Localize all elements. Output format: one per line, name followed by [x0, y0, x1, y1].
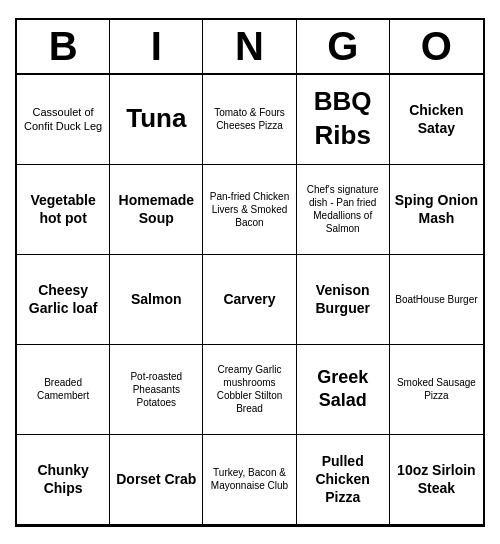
bingo-cell: Vegetable hot pot: [17, 165, 110, 255]
header-letter: B: [17, 20, 110, 73]
bingo-cell: Cassoulet of Confit Duck Leg: [17, 75, 110, 165]
bingo-cell: Sping Onion Mash: [390, 165, 483, 255]
bingo-cell: Tomato & Fours Cheeses Pizza: [203, 75, 296, 165]
header-letter: I: [110, 20, 203, 73]
bingo-cell: Homemade Soup: [110, 165, 203, 255]
bingo-card: BINGO Cassoulet of Confit Duck LegTunaTo…: [15, 18, 485, 527]
header-letter: N: [203, 20, 296, 73]
bingo-cell: Dorset Crab: [110, 435, 203, 525]
bingo-cell: Chicken Satay: [390, 75, 483, 165]
bingo-cell: Turkey, Bacon & Mayonnaise Club: [203, 435, 296, 525]
bingo-cell: BBQ Ribs: [297, 75, 390, 165]
bingo-cell: Smoked Sausage Pizza: [390, 345, 483, 435]
bingo-cell: 10oz Sirloin Steak: [390, 435, 483, 525]
header-letter: G: [297, 20, 390, 73]
bingo-cell: Pan-fried Chicken Livers & Smoked Bacon: [203, 165, 296, 255]
bingo-cell: Pulled Chicken Pizza: [297, 435, 390, 525]
bingo-cell: Chunky Chips: [17, 435, 110, 525]
bingo-cell: BoatHouse Burger: [390, 255, 483, 345]
bingo-cell: Pot-roasted Pheasants Potatoes: [110, 345, 203, 435]
bingo-header: BINGO: [17, 20, 483, 75]
bingo-cell: Chef's signature dish - Pan fried Medall…: [297, 165, 390, 255]
bingo-cell: Venison Burguer: [297, 255, 390, 345]
bingo-cell: Tuna: [110, 75, 203, 165]
bingo-cell: Salmon: [110, 255, 203, 345]
bingo-grid: Cassoulet of Confit Duck LegTunaTomato &…: [17, 75, 483, 525]
bingo-cell: Carvery: [203, 255, 296, 345]
bingo-cell: Cheesy Garlic loaf: [17, 255, 110, 345]
bingo-cell: Breaded Camembert: [17, 345, 110, 435]
bingo-cell: Greek Salad: [297, 345, 390, 435]
bingo-cell: Creamy Garlic mushrooms Cobbler Stilton …: [203, 345, 296, 435]
header-letter: O: [390, 20, 483, 73]
